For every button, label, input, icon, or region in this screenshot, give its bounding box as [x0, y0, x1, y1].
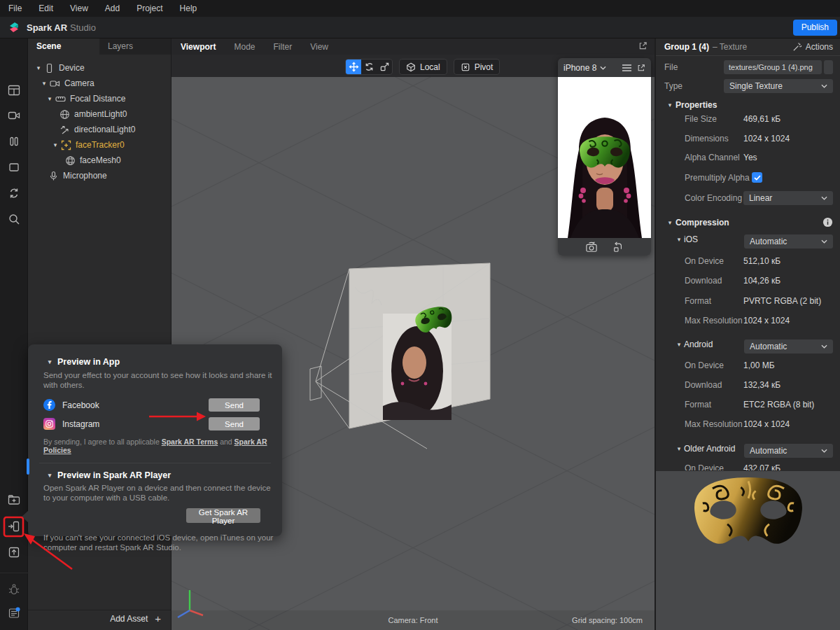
actions-button[interactable]: Actions: [792, 42, 833, 52]
release-notes-icon[interactable]: [6, 606, 22, 621]
type-value: Single Texture: [729, 81, 783, 91]
color-encoding-label: Color Encoding: [685, 193, 743, 203]
expand-arrow-icon[interactable]: ▾: [50, 141, 60, 148]
compression-section-header[interactable]: ▾ Compression: [664, 217, 833, 227]
format-label: Format: [685, 296, 743, 306]
older-android-compression-dropdown[interactable]: Automatic: [744, 444, 833, 458]
android-compression-dropdown[interactable]: Automatic: [744, 340, 833, 354]
search-icon[interactable]: [6, 211, 22, 227]
menu-help[interactable]: Help: [172, 0, 206, 17]
tree-item-camera[interactable]: ▾ Camera: [28, 76, 171, 91]
upload-icon[interactable]: [6, 545, 22, 560]
ios-on-device-row: On Device512,10 кБ: [664, 256, 833, 266]
menu-hamburger-icon[interactable]: [622, 64, 631, 71]
instagram-send-button[interactable]: Send: [209, 417, 260, 430]
preview-in-player-title: Preview in Spark AR Player: [57, 470, 171, 480]
color-encoding-dropdown[interactable]: Linear: [743, 191, 833, 205]
tree-item-microphone[interactable]: Microphone: [28, 168, 171, 183]
tree-label: Focal Distance: [70, 94, 125, 104]
download-value: 104,26 кБ: [743, 276, 780, 286]
debug-icon[interactable]: [6, 582, 22, 597]
expand-arrow-icon[interactable]: ▾: [34, 64, 43, 71]
tree-item-face-tracker[interactable]: ▾ faceTracker0: [28, 137, 171, 153]
type-dropdown[interactable]: Single Texture: [724, 79, 833, 93]
add-asset-button[interactable]: Add Asset +: [110, 612, 161, 624]
dimensions-value: 1024 x 1024: [743, 134, 790, 144]
ios-compression-dropdown[interactable]: Automatic: [744, 234, 833, 248]
tab-scene[interactable]: Scene: [28, 38, 99, 55]
ios-format-row: FormatPVRTC RGBA (2 bit): [664, 296, 833, 306]
tree-item-ambient-light[interactable]: ambientLight0: [28, 106, 171, 122]
preview-in-app-header[interactable]: ▾ Preview in App: [43, 357, 271, 367]
menu-view[interactable]: View: [62, 0, 97, 17]
file-path-input[interactable]: textures/Group 1 (4).png: [724, 60, 822, 74]
tab-view[interactable]: View: [301, 42, 337, 52]
tree-item-face-mesh[interactable]: faceMesh0: [28, 153, 171, 168]
type-label: Type: [664, 81, 724, 91]
layout-icon[interactable]: [6, 83, 22, 98]
sync-icon[interactable]: [6, 186, 22, 201]
on-device-value: 512,10 кБ: [743, 256, 780, 266]
expand-arrow-icon[interactable]: ▾: [39, 80, 49, 87]
camera-flip-icon[interactable]: [585, 241, 598, 253]
face-tracker-icon: [61, 140, 71, 150]
spark-ar-terms-link[interactable]: Spark AR Terms: [162, 438, 218, 446]
preview-in-player-header[interactable]: ▾ Preview in Spark AR Player: [43, 470, 271, 480]
terms-line: By sending, I agree to all applicable Sp…: [43, 438, 271, 454]
texture-preview: [656, 470, 840, 630]
pivot-button[interactable]: Pivot: [454, 59, 500, 75]
tree-label: faceMesh0: [80, 155, 121, 165]
folder-add-icon[interactable]: [6, 492, 22, 507]
move-tool-button[interactable]: [346, 59, 361, 74]
tab-viewport[interactable]: Viewport: [172, 42, 225, 52]
tree-item-device[interactable]: ▾ Device: [28, 60, 171, 76]
chevron-down-icon: [821, 239, 827, 244]
publish-button[interactable]: Publish: [793, 20, 837, 36]
properties-section-header[interactable]: ▾ Properties: [664, 100, 833, 110]
max-resolution-value: 1024 x 1024: [743, 316, 790, 326]
on-device-label: On Device: [685, 360, 743, 370]
max-resolution-label: Max Resolution: [685, 316, 743, 326]
pause-icon[interactable]: [6, 134, 22, 149]
popout-preview-icon[interactable]: [637, 64, 645, 72]
gold-mask-image: [687, 472, 810, 565]
video-camera-icon[interactable]: [6, 108, 22, 123]
tree-item-focal-distance[interactable]: ▾ Focal Distance: [28, 91, 171, 106]
color-encoding-value: Linear: [749, 193, 772, 203]
tab-filter[interactable]: Filter: [265, 42, 302, 52]
tab-layers[interactable]: Layers: [99, 38, 171, 55]
expand-arrow-icon[interactable]: ▾: [45, 95, 55, 102]
send-to-device-icon[interactable]: [6, 519, 22, 534]
facebook-send-button[interactable]: Send: [209, 398, 260, 412]
premultiply-alpha-checkbox[interactable]: [752, 172, 762, 183]
local-space-button[interactable]: Local: [399, 59, 447, 75]
menu-add[interactable]: Add: [97, 0, 128, 17]
preview-in-app-description: Send your effect to your account to see …: [43, 370, 274, 390]
get-spark-ar-player-button[interactable]: Get Spark AR Player: [186, 508, 260, 523]
cube-icon: [406, 62, 416, 72]
actions-label: Actions: [806, 42, 833, 52]
popout-viewport-icon[interactable]: [638, 41, 648, 50]
tree-item-directional-light[interactable]: directionalLight0: [28, 122, 171, 137]
frame-icon[interactable]: [6, 160, 22, 175]
android-max-resolution-row: Max Resolution1024 x 1024: [664, 419, 833, 429]
file-browse-button[interactable]: [824, 60, 833, 74]
max-resolution-label: Max Resolution: [685, 419, 743, 429]
device-selector[interactable]: iPhone 8: [564, 63, 596, 73]
rotate-device-icon[interactable]: [612, 241, 624, 253]
menu-file[interactable]: File: [0, 0, 30, 17]
tree-label: ambientLight0: [74, 109, 127, 119]
expand-arrow-icon: ▾: [664, 219, 676, 226]
info-icon[interactable]: [822, 217, 833, 227]
local-label: Local: [420, 62, 440, 72]
chevron-down-icon[interactable]: [600, 66, 606, 70]
tab-mode[interactable]: Mode: [225, 42, 264, 52]
device-preview-footer: [558, 238, 651, 255]
scale-tool-button[interactable]: [377, 59, 392, 74]
format-value: PVRTC RGBA (2 bit): [743, 296, 821, 306]
inspector-header: Group 1 (4) – Texture Actions: [656, 38, 840, 56]
rotate-tool-button[interactable]: [361, 59, 377, 74]
ios-label: iOS: [684, 234, 698, 244]
menu-project[interactable]: Project: [128, 0, 171, 17]
menu-edit[interactable]: Edit: [30, 0, 62, 17]
